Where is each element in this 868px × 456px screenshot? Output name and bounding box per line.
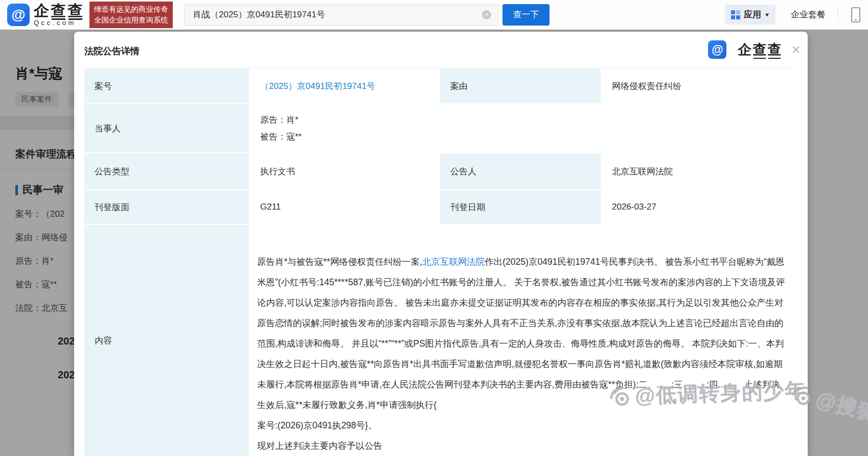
- qcc-modal-logo-icon: @: [708, 40, 726, 59]
- parties-cell: 原告：肖* 被告：寇**: [250, 104, 797, 152]
- case-no-label: 案号: [84, 69, 249, 103]
- header-divider: [838, 9, 838, 20]
- parties-label: 当事人: [84, 104, 249, 152]
- announcer-value: 北京互联网法院: [602, 153, 797, 189]
- enterprise-package-link[interactable]: 企业套餐: [791, 9, 826, 20]
- search-input[interactable]: [184, 4, 498, 26]
- publish-date-value: 2026-03-27: [602, 190, 797, 224]
- announcement-table: 案号 （2025）京0491民初19741号 案由 网络侵权责任纠纷 当事人 原…: [84, 68, 797, 456]
- modal-title: 法院公告详情: [84, 45, 140, 57]
- content-closing-line: 现对上述判决主要内容予以公告: [257, 436, 787, 456]
- court-link[interactable]: 北京互联网法院: [422, 257, 485, 267]
- mobile-app-icon[interactable]: [851, 7, 861, 23]
- logo-underline: [68, 18, 82, 20]
- announcement-type-value: 执行文书: [250, 153, 439, 189]
- publish-page-value: G211: [250, 190, 439, 224]
- chevron-down-icon: ▼: [764, 12, 770, 17]
- announcement-type-label: 公告类型: [84, 153, 249, 189]
- publish-date-label: 刊登日期: [440, 190, 601, 224]
- apps-grid-icon: [731, 10, 740, 19]
- case-no-cell: （2025）京0491民初19741号: [250, 69, 439, 103]
- apps-menu-button[interactable]: 应用 ▼: [725, 5, 775, 25]
- content-text-after-link: 作出(2025)京0491民初19741号民事判决书。 被告系小红书平台昵称为“…: [257, 257, 785, 410]
- qcc-logo-text: 企查查: [34, 3, 84, 18]
- content-paragraph: 原告肖*与被告寇**网络侵权责任纠纷一案,北京互联网法院作出(2025)京049…: [257, 252, 787, 415]
- logo-underline: [768, 58, 781, 59]
- logo-underline: [753, 58, 766, 59]
- content-exec-case-no-line: 案号:(2026)京0491执298号}。: [257, 415, 787, 436]
- search-button[interactable]: 查一下: [502, 4, 550, 26]
- announcement-content: 原告肖*与被告寇**网络侵权责任纠纷一案,北京互联网法院作出(2025)京049…: [250, 225, 797, 456]
- defendant-line: 被告：寇**: [260, 128, 302, 145]
- slogan-line2: 全国企业信用查询系统: [94, 15, 168, 26]
- content-label: 内容: [84, 225, 249, 456]
- brand-slogan: 缔造有远见的商业传奇 全国企业信用查询系统: [89, 2, 173, 28]
- qcc-modal-logo-text: 企查查: [738, 42, 782, 57]
- cause-label: 案由: [440, 69, 601, 103]
- publish-page-label: 刊登版面: [84, 190, 249, 224]
- qcc-logo[interactable]: @ 企查查 Qcc.com: [7, 3, 84, 27]
- apps-menu-label: 应用: [744, 9, 761, 20]
- slogan-line1: 缔造有远见的商业传奇: [94, 4, 168, 15]
- close-icon[interactable]: ×: [791, 42, 801, 57]
- cause-value: 网络侵权责任纠纷: [602, 69, 797, 103]
- qcc-logo-icon: @: [7, 4, 30, 26]
- case-no-link[interactable]: （2025）京0491民初19741号: [260, 80, 375, 92]
- announcer-label: 公告人: [440, 153, 601, 189]
- qcc-logo-subtext: Qcc.com: [34, 19, 84, 27]
- clear-search-icon[interactable]: ×: [482, 10, 491, 19]
- plaintiff-line: 原告：肖*: [260, 111, 299, 128]
- court-announcement-modal: 法院公告详情 @ 企查查 × 案号 （2025）京0491民初19741号 案由…: [74, 32, 808, 456]
- top-header: @ 企查查 Qcc.com 缔造有远见的商业传奇 全国企业信用查询系统 × 查一…: [0, 0, 868, 30]
- content-text-before-link: 原告肖*与被告寇**网络侵权责任纠纷一案,: [257, 257, 422, 267]
- logo-underline: [52, 18, 65, 20]
